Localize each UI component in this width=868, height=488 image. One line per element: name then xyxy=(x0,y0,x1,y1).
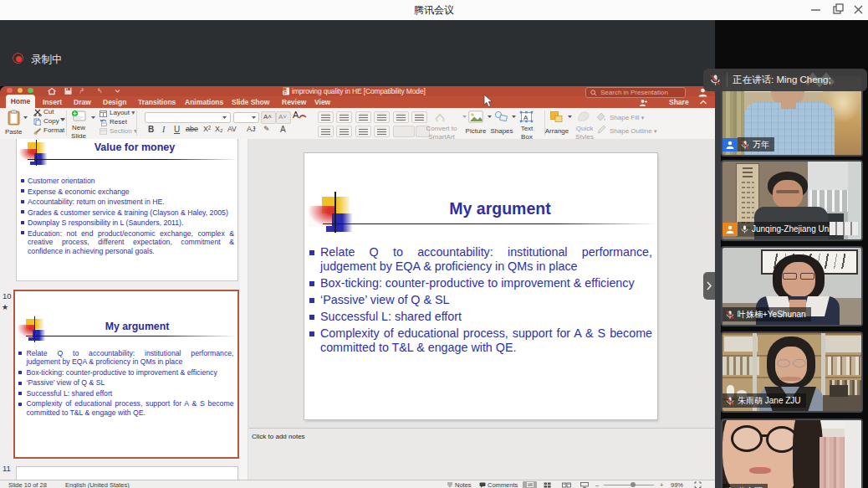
svg-text:P: P xyxy=(283,90,287,95)
svg-text:A: A xyxy=(523,114,528,121)
